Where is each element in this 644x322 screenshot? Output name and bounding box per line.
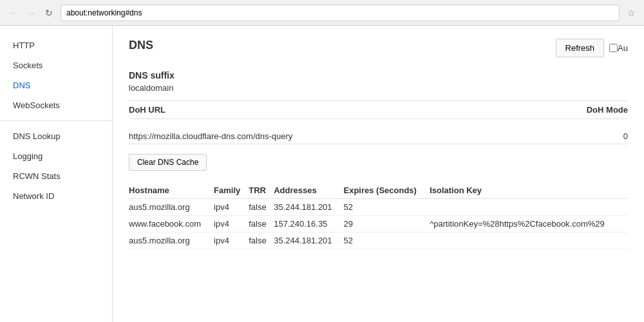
table-cell: ^partitionKey=%28https%2Cfacebook.com%29 [430,216,628,232]
dns-table-header: Hostname Family TRR Addresses Expires (S… [129,182,628,199]
doh-header-row: DoH URL DoH Mode [129,100,628,119]
col-hostname: Hostname [129,182,214,199]
table-row: www.facebook.comipv4false157.240.16.3529… [129,216,628,232]
table-cell: aus5.mozilla.org [129,232,214,249]
table-row: aus5.mozilla.orgipv4false35.244.181.2015… [129,232,628,249]
table-cell: ipv4 [214,232,249,249]
bookmark-button[interactable]: ☆ [625,6,638,19]
table-cell: false [249,216,274,232]
browser-bar: ← → ↻ ☆ [0,0,644,26]
table-cell: ipv4 [214,199,249,216]
sidebar-item-rcwn-stats[interactable]: RCWN Stats [0,166,112,186]
table-cell [430,232,628,249]
main-layout: HTTP Sockets DNS WebSockets DNS Lookup L… [0,26,644,322]
col-isolation-key: Isolation Key [430,182,628,199]
doh-value-row: https://mozilla.cloudflare-dns.com/dns-q… [129,129,628,144]
doh-mode-header: DoH Mode [587,105,628,115]
auto-label: Au [618,43,628,53]
table-cell: ipv4 [214,216,249,232]
sidebar-item-sockets[interactable]: Sockets [0,55,112,75]
table-cell: 52 [343,199,430,216]
table-cell: 157.240.16.35 [274,216,343,232]
content-area: DNS Refresh Au DNS suffix localdomain Do… [113,26,644,322]
address-bar[interactable] [61,5,620,21]
content-header: DNS Refresh Au [129,39,628,57]
sidebar-item-dns[interactable]: DNS [0,75,112,95]
table-cell: aus5.mozilla.org [129,199,214,216]
page-title: DNS [129,39,153,52]
sidebar: HTTP Sockets DNS WebSockets DNS Lookup L… [0,26,113,322]
browser-refresh-button[interactable]: ↻ [43,6,55,19]
header-right: Refresh Au [556,39,628,57]
sidebar-item-websockets[interactable]: WebSockets [0,95,112,115]
table-row: aus5.mozilla.orgipv4false35.244.181.2015… [129,199,628,216]
sidebar-divider [0,120,112,121]
clear-dns-cache-button[interactable]: Clear DNS Cache [129,154,207,171]
forward-button[interactable]: → [24,6,37,19]
refresh-button[interactable]: Refresh [556,39,605,57]
sidebar-item-network-id[interactable]: Network ID [0,186,112,206]
col-family: Family [214,182,249,199]
table-cell: 35.244.181.201 [274,232,343,249]
back-button[interactable]: ← [6,6,19,19]
table-cell: 35.244.181.201 [274,199,343,216]
table-cell: www.facebook.com [129,216,214,232]
col-expires: Expires (Seconds) [343,182,430,199]
dns-suffix-label: DNS suffix [129,70,628,80]
table-cell: false [249,232,274,249]
table-cell: 29 [343,216,430,232]
sidebar-item-dns-lookup[interactable]: DNS Lookup [0,126,112,146]
auto-checkbox[interactable] [609,44,618,52]
dns-table-body: aus5.mozilla.orgipv4false35.244.181.2015… [129,199,628,249]
table-cell: 52 [343,232,430,249]
col-addresses: Addresses [274,182,343,199]
sidebar-item-logging[interactable]: Logging [0,146,112,166]
doh-url-value: https://mozilla.cloudflare-dns.com/dns-q… [129,131,292,141]
table-cell: false [249,199,274,216]
table-cell [430,199,628,216]
dns-table: Hostname Family TRR Addresses Expires (S… [129,182,628,249]
col-trr: TRR [249,182,274,199]
doh-url-header: DoH URL [129,105,166,115]
sidebar-item-http[interactable]: HTTP [0,35,112,55]
doh-mode-value: 0 [623,131,628,141]
dns-suffix-value: localdomain [129,83,628,93]
